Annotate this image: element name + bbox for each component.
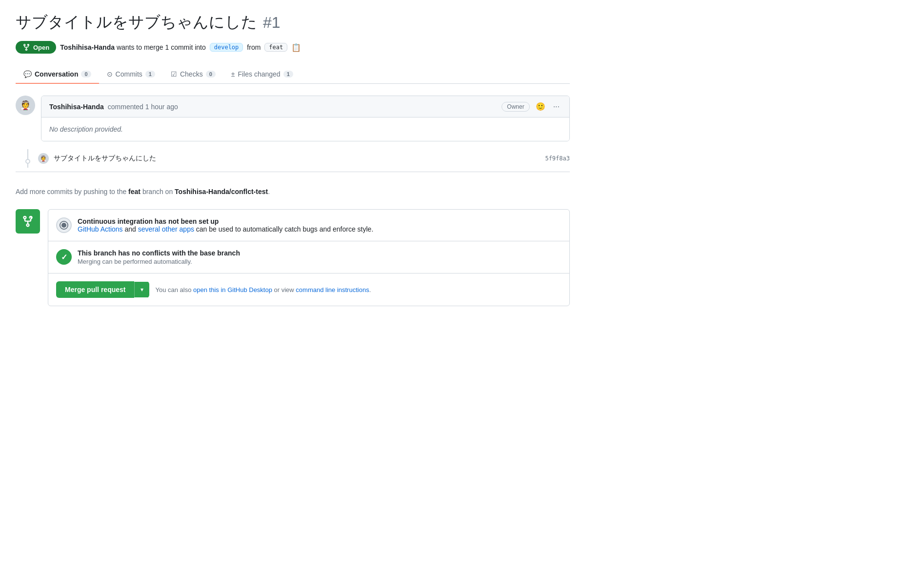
- check-icon: ✓: [56, 249, 72, 265]
- tabs: 💬 Conversation 0 ⊙ Commits 1 ☑ Checks 0 …: [16, 65, 570, 84]
- pr-title-text: サブタイトルをサブちゃんにした: [16, 12, 257, 33]
- push-info-before: Add more commits by pushing to the: [16, 188, 128, 195]
- push-info-repo: Toshihisa-Handa/conflct-test: [175, 188, 268, 195]
- timeline-section: 👰 サブタイトルをサブちゃんにした 5f9f8a3: [16, 149, 570, 168]
- merge-branch-icon: [21, 215, 34, 228]
- merge-note: You can also open this in GitHub Desktop…: [155, 286, 371, 293]
- from-text: from: [247, 43, 261, 51]
- pr-meta-text: wants to merge 1 commit into: [117, 43, 206, 51]
- commit-row: 👰 サブタイトルをサブちゃんにした 5f9f8a3: [38, 149, 570, 168]
- head-branch-badge[interactable]: feat: [264, 43, 287, 52]
- owner-badge: Owner: [502, 102, 529, 112]
- ci-title: Continuous integration has not been set …: [78, 217, 219, 225]
- pr-author: Toshihisa-Handa: [60, 43, 115, 51]
- merge-icon-box: [16, 209, 40, 234]
- tab-files-changed-count: 1: [283, 71, 293, 78]
- tab-files-changed-label: Files changed: [238, 70, 280, 78]
- ci-description: GitHub Actions and several other apps ca…: [78, 225, 373, 233]
- no-conflict-section: ✓ This branch has no conflicts with the …: [48, 241, 569, 273]
- push-info-end: .: [268, 188, 270, 195]
- tab-commits-count: 1: [145, 71, 155, 78]
- commit-sha: 5f9f8a3: [545, 155, 570, 162]
- ci-text-after: can be used to automatically catch bugs …: [196, 225, 373, 233]
- tab-conversation[interactable]: 💬 Conversation 0: [16, 65, 99, 84]
- pr-number: #1: [263, 14, 281, 32]
- tab-commits-label: Commits: [116, 70, 142, 78]
- merge-icon: [22, 43, 30, 51]
- push-info-middle: branch on: [141, 188, 175, 195]
- ci-text: Continuous integration has not been set …: [78, 217, 373, 233]
- push-info: Add more commits by pushing to the feat …: [16, 182, 570, 205]
- commit-avatar: 👰: [38, 153, 49, 164]
- ci-section: Continuous integration has not been set …: [48, 210, 569, 241]
- comment-header: Toshihisa-Handa commented 1 hour ago Own…: [41, 96, 569, 117]
- merge-note-middle: or view: [272, 286, 296, 293]
- commits-icon: ⊙: [107, 70, 113, 78]
- merge-note-end: .: [369, 286, 371, 293]
- merge-content: Continuous integration has not been set …: [48, 209, 570, 306]
- tab-conversation-label: Conversation: [35, 70, 78, 78]
- section-divider: [16, 172, 570, 172]
- pr-status-row: Open Toshihisa-Handa wants to merge 1 co…: [16, 41, 570, 54]
- no-conflict-title: This branch has no conflicts with the ba…: [78, 249, 240, 257]
- commit-message: サブタイトルをサブちゃんにした: [54, 154, 156, 163]
- ci-text-middle: and: [125, 225, 138, 233]
- avatar: 👰: [16, 96, 35, 115]
- github-desktop-link[interactable]: open this in GitHub Desktop: [193, 286, 272, 293]
- merge-dropdown-button[interactable]: ▾: [134, 282, 149, 297]
- other-apps-link[interactable]: several other apps: [138, 225, 194, 233]
- no-conflict-text: This branch has no conflicts with the ba…: [78, 249, 240, 265]
- comment-time: commented 1 hour ago: [108, 103, 178, 111]
- ci-icon: [56, 217, 72, 233]
- merge-button-group: Merge pull request ▾: [56, 281, 149, 298]
- merge-section: Continuous integration has not been set …: [16, 209, 570, 306]
- tab-commits[interactable]: ⊙ Commits 1: [99, 65, 163, 84]
- open-badge: Open: [16, 41, 56, 54]
- comment-body-text: No description provided.: [49, 125, 123, 133]
- comment-section: 👰 Toshihisa-Handa commented 1 hour ago O…: [16, 96, 570, 141]
- emoji-button[interactable]: 🙂: [534, 101, 547, 112]
- pr-title: サブタイトルをサブちゃんにした #1: [16, 12, 570, 33]
- tab-checks-count: 0: [206, 71, 216, 78]
- conversation-icon: 💬: [23, 70, 32, 78]
- push-info-branch: feat: [128, 188, 141, 195]
- files-changed-icon: ±: [231, 70, 235, 78]
- command-line-link[interactable]: command line instructions: [296, 286, 369, 293]
- tab-conversation-count: 0: [81, 71, 91, 78]
- tab-checks[interactable]: ☑ Checks 0: [163, 65, 223, 84]
- merge-pull-request-button[interactable]: Merge pull request: [56, 281, 134, 298]
- github-actions-link[interactable]: GitHub Actions: [78, 225, 123, 233]
- comment-box: Toshihisa-Handa commented 1 hour ago Own…: [41, 96, 570, 141]
- comment-body: No description provided.: [41, 117, 569, 141]
- more-options-button[interactable]: ···: [551, 101, 562, 112]
- tab-files-changed[interactable]: ± Files changed 1: [223, 65, 301, 84]
- no-conflict-subtitle: Merging can be performed automatically.: [78, 258, 240, 265]
- comment-author: Toshihisa-Handa: [49, 103, 104, 111]
- pr-meta: Toshihisa-Handa wants to merge 1 commit …: [60, 43, 206, 51]
- status-text: Open: [33, 44, 49, 51]
- merge-note-before: You can also: [155, 286, 193, 293]
- merge-button-section: Merge pull request ▾ You can also open t…: [48, 273, 569, 306]
- base-branch-badge[interactable]: develop: [210, 43, 243, 52]
- tab-checks-label: Checks: [180, 70, 203, 78]
- checks-icon: ☑: [171, 70, 177, 78]
- clipboard-icon[interactable]: 📋: [291, 43, 301, 52]
